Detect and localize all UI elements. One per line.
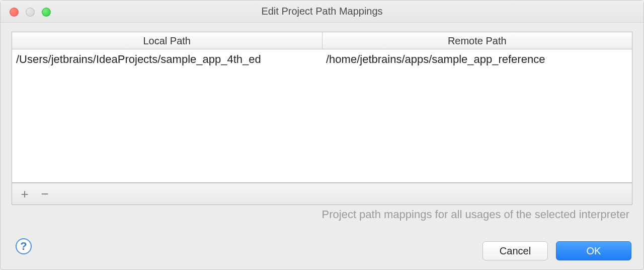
window-zoom-icon[interactable] <box>42 8 51 17</box>
local-path-cell[interactable]: /Users/jetbrains/IdeaProjects/sample_app… <box>12 51 322 68</box>
titlebar: Edit Project Path Mappings <box>1 1 643 23</box>
traffic-lights <box>10 8 51 17</box>
add-button[interactable]: + <box>19 188 30 199</box>
column-header-local-path[interactable]: Local Path <box>12 32 322 49</box>
remove-button[interactable]: − <box>39 188 50 199</box>
table-header: Local Path Remote Path <box>12 32 632 49</box>
table-row[interactable]: /Users/jetbrains/IdeaProjects/sample_app… <box>12 49 632 70</box>
caption-text: Project path mappings for all usages of … <box>12 205 632 221</box>
column-header-remote-path[interactable]: Remote Path <box>322 32 632 49</box>
window-minimize-icon[interactable] <box>26 8 35 17</box>
content-area: Local Path Remote Path /Users/jetbrains/… <box>1 23 643 234</box>
path-mappings-table[interactable]: Local Path Remote Path /Users/jetbrains/… <box>12 32 632 183</box>
window-title: Edit Project Path Mappings <box>1 6 643 17</box>
dialog-window: Edit Project Path Mappings Local Path Re… <box>0 0 644 270</box>
table-toolbar: + − <box>12 183 632 205</box>
footer: Cancel OK <box>1 234 643 269</box>
table-body: /Users/jetbrains/IdeaProjects/sample_app… <box>12 49 632 182</box>
remote-path-cell[interactable]: /home/jetbrains/apps/sample_app_referenc… <box>322 51 632 68</box>
help-button[interactable]: ? <box>16 238 32 254</box>
cancel-button[interactable]: Cancel <box>482 241 548 260</box>
window-close-icon[interactable] <box>10 8 19 17</box>
ok-button[interactable]: OK <box>556 241 631 260</box>
